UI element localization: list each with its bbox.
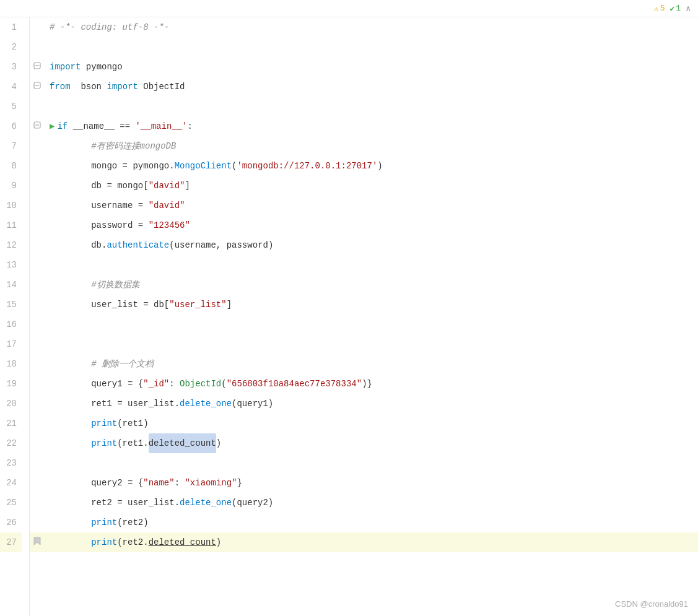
code-line-18[interactable]: # 删除一个文档 bbox=[45, 354, 698, 374]
code-line-12[interactable]: db.authenticate(username, password) bbox=[45, 235, 698, 255]
line-number-5: 5 bbox=[0, 97, 22, 116]
line-number-11: 11 bbox=[0, 215, 22, 235]
code-line-10[interactable]: username = "david" bbox=[45, 196, 698, 215]
token: (ret1) bbox=[117, 414, 148, 433]
line-number-18: 18 bbox=[0, 354, 22, 374]
token: bson bbox=[71, 77, 107, 97]
code-line-2[interactable] bbox=[45, 37, 698, 57]
warning-count: 5 bbox=[660, 4, 665, 13]
code-line-21[interactable]: print(ret1) bbox=[45, 414, 698, 433]
code-line-26[interactable]: print(ret2) bbox=[45, 513, 698, 532]
code-line-8[interactable]: mongo = pymongo.MongoClient('mongodb://1… bbox=[45, 156, 698, 176]
ok-icon: ✔ bbox=[670, 4, 675, 14]
gutter-line-6 bbox=[30, 116, 45, 136]
code-line-9[interactable]: db = mongo["david"] bbox=[45, 176, 698, 196]
token: print bbox=[50, 532, 117, 552]
token: MongoClient bbox=[175, 156, 232, 176]
token: } bbox=[237, 473, 242, 493]
token: db. bbox=[50, 235, 107, 255]
code-line-14[interactable]: #切换数据集 bbox=[45, 275, 698, 295]
gutter-line-21 bbox=[30, 414, 45, 433]
fold-icon[interactable] bbox=[33, 62, 41, 72]
fold-icon[interactable] bbox=[33, 82, 41, 92]
code-line-19[interactable]: query1 = {"_id": ObjectId("656803f10a84a… bbox=[45, 374, 698, 394]
gutter-line-26 bbox=[30, 513, 45, 532]
token: ) bbox=[377, 156, 382, 176]
token: import bbox=[50, 57, 81, 77]
code-line-17[interactable] bbox=[45, 334, 698, 354]
code-line-23[interactable] bbox=[45, 453, 698, 473]
token: password = bbox=[50, 215, 149, 235]
code-line-15[interactable]: user_list = db["user_list"] bbox=[45, 295, 698, 315]
token: import bbox=[107, 77, 137, 97]
gutter-line-1 bbox=[30, 17, 45, 37]
token: ] bbox=[227, 295, 232, 315]
token: "123456" bbox=[149, 215, 190, 235]
token: "david" bbox=[149, 196, 185, 215]
chevron-icon[interactable]: ∧ bbox=[686, 4, 691, 14]
token: if bbox=[57, 116, 68, 136]
code-line-7[interactable]: #有密码连接mongoDB bbox=[45, 136, 698, 156]
token: "name" bbox=[143, 473, 174, 493]
gutter-line-11 bbox=[30, 215, 45, 235]
token: (query1) bbox=[232, 394, 273, 414]
token: '__main__' bbox=[135, 116, 187, 136]
gutter-line-10 bbox=[30, 196, 45, 215]
token: pymongo bbox=[81, 57, 122, 77]
token: user_list = db[ bbox=[50, 295, 169, 315]
ok-indicator[interactable]: ✔ 1 bbox=[670, 4, 681, 14]
code-line-25[interactable]: ret2 = user_list.delete_one(query2) bbox=[45, 493, 698, 513]
token: # -*- coding: utf-8 -*- bbox=[50, 17, 169, 37]
bookmark-icon[interactable] bbox=[33, 537, 41, 548]
fold-icon[interactable] bbox=[33, 121, 41, 131]
code-line-13[interactable] bbox=[45, 255, 698, 275]
code-line-1[interactable]: # -*- coding: utf-8 -*- bbox=[45, 17, 698, 37]
gutter-line-16 bbox=[30, 315, 45, 334]
token: )} bbox=[362, 374, 372, 394]
code-line-20[interactable]: ret1 = user_list.delete_one(query1) bbox=[45, 394, 698, 414]
line-number-4: 4 bbox=[0, 77, 22, 97]
token: ret1 = user_list. bbox=[50, 394, 180, 414]
token: "xiaoming" bbox=[185, 473, 237, 493]
gutter-line-18 bbox=[30, 354, 45, 374]
code-line-4[interactable]: from bson import ObjectId bbox=[45, 77, 698, 97]
gutter-line-24 bbox=[30, 473, 45, 493]
token: "656803f10a84aec77e378334" bbox=[227, 374, 362, 394]
token: query2 = { bbox=[50, 473, 143, 493]
token: : bbox=[187, 116, 192, 136]
token: "user_list" bbox=[169, 295, 226, 315]
token: ret2 = user_list. bbox=[50, 493, 180, 513]
gutter-line-7 bbox=[30, 136, 45, 156]
gutter-line-5 bbox=[30, 97, 45, 116]
code-line-5[interactable] bbox=[45, 97, 698, 116]
gutter-line-25 bbox=[30, 493, 45, 513]
line-number-26: 26 bbox=[0, 513, 22, 532]
token: print bbox=[50, 433, 117, 453]
token: ( bbox=[221, 374, 226, 394]
gutter-line-27 bbox=[30, 532, 45, 552]
token: from bbox=[50, 77, 71, 97]
code-line-24[interactable]: query2 = {"name": "xiaoming"} bbox=[45, 473, 698, 493]
line-number-2: 2 bbox=[0, 37, 22, 57]
line-number-17: 17 bbox=[0, 334, 22, 354]
line-number-1: 1 bbox=[0, 17, 22, 37]
token: # 删除一个文档 bbox=[50, 354, 154, 374]
line-number-27: 27 bbox=[0, 532, 22, 552]
token: print bbox=[50, 513, 117, 532]
warning-indicator[interactable]: ⚠ 5 bbox=[654, 4, 665, 14]
token: ObjectId bbox=[138, 77, 185, 97]
gutter-line-8 bbox=[30, 156, 45, 176]
line-number-7: 7 bbox=[0, 136, 22, 156]
code-line-27[interactable]: print(ret2.deleted_count) bbox=[45, 532, 698, 552]
code-line-3[interactable]: import pymongo bbox=[45, 57, 698, 77]
code-line-6[interactable]: ▶if __name__ == '__main__': bbox=[45, 116, 698, 136]
token: #切换数据集 bbox=[50, 275, 140, 295]
svg-marker-6 bbox=[34, 537, 40, 545]
token: ) bbox=[216, 433, 221, 453]
code-line-22[interactable]: print(ret1.deleted_count) bbox=[45, 433, 698, 453]
gutter-line-15 bbox=[30, 295, 45, 315]
code-line-16[interactable] bbox=[45, 315, 698, 334]
token: : bbox=[175, 473, 185, 493]
code-line-11[interactable]: password = "123456" bbox=[45, 215, 698, 235]
code-lines[interactable]: # -*- coding: utf-8 -*-import pymongofro… bbox=[45, 17, 698, 616]
